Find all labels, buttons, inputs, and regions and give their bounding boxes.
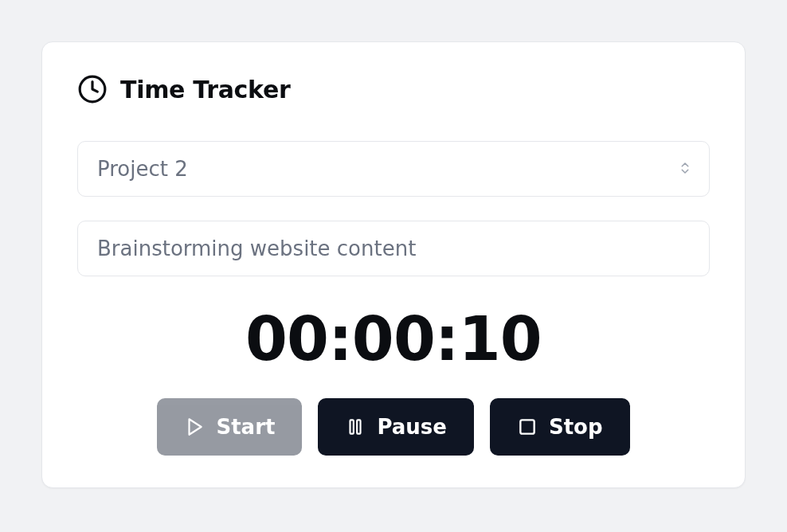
card-header: Time Tracker [77,74,710,104]
svg-rect-3 [350,420,354,433]
start-button-label: Start [216,415,275,439]
time-tracker-card: Time Tracker Project 2 00:00:10 Start [41,41,746,488]
pause-button[interactable]: Pause [318,398,474,456]
project-select-wrap: Project 2 [77,141,710,197]
pause-button-label: Pause [377,415,447,439]
stop-button[interactable]: Stop [490,398,630,456]
svg-rect-2 [358,420,361,433]
task-input[interactable] [77,221,710,276]
clock-icon [77,74,108,104]
svg-marker-1 [190,419,202,435]
stop-button-label: Stop [549,415,603,439]
play-icon [184,417,205,437]
start-button[interactable]: Start [157,398,302,456]
timer-display: 00:00:10 [77,303,710,374]
stop-icon [517,417,538,437]
button-row: Start Pause Stop [77,398,710,456]
svg-rect-4 [520,420,534,433]
page-title: Time Tracker [120,76,290,104]
project-select[interactable]: Project 2 [77,141,710,197]
pause-icon [345,417,366,437]
